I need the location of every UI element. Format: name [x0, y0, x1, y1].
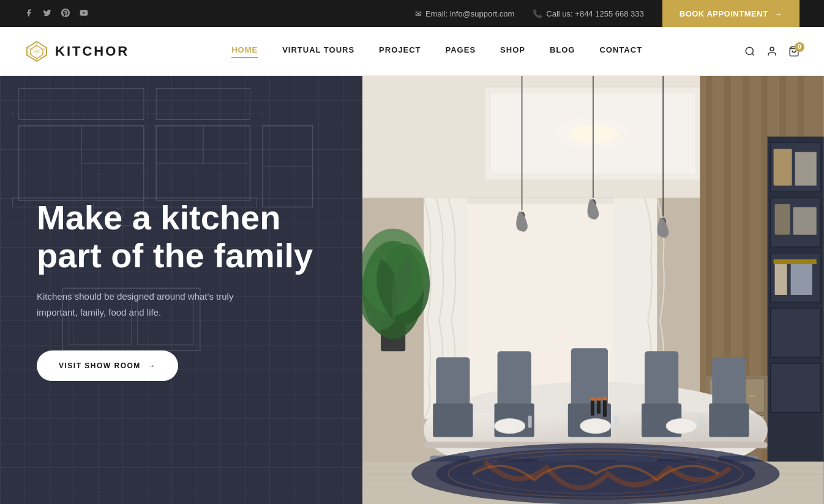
svg-rect-99 [699, 415, 703, 428]
nav-shop[interactable]: SHOP [500, 45, 525, 57]
svg-rect-15 [203, 126, 250, 163]
svg-point-103 [590, 397, 595, 401]
account-button[interactable] [766, 46, 777, 57]
nav-project[interactable]: PROJECT [379, 45, 421, 57]
cart-count-badge: 0 [795, 42, 804, 52]
svg-rect-79 [433, 403, 473, 437]
search-icon [744, 46, 755, 57]
visit-showroom-button[interactable]: VISIT SHOW ROOM → [37, 350, 178, 381]
logo-text: KITCHOR [55, 43, 129, 59]
user-icon [766, 46, 777, 57]
cart-button[interactable]: 0 [788, 46, 800, 57]
svg-rect-61 [791, 264, 812, 295]
svg-rect-97 [528, 415, 532, 428]
svg-rect-12 [81, 126, 144, 163]
svg-rect-82 [571, 348, 608, 412]
phone-contact: 📞 Call us: +844 1255 668 333 [533, 9, 643, 18]
svg-rect-55 [774, 149, 792, 185]
dining-room-illustration [362, 76, 824, 504]
nav-blog[interactable]: BLOG [550, 45, 575, 57]
hero-title: Make a kitchen part of the family [37, 199, 326, 274]
hero-image-area [362, 76, 824, 504]
svg-rect-59 [774, 259, 817, 264]
svg-point-8 [770, 47, 774, 51]
phone-text: Call us: +844 1255 668 333 [546, 9, 643, 18]
logo[interactable]: KITCHOR [24, 39, 129, 64]
svg-point-96 [666, 418, 697, 433]
book-btn-label: BOOK APPOINTMENT [680, 9, 768, 18]
email-text: Email: info@support.com [425, 9, 514, 18]
svg-rect-14 [156, 126, 203, 163]
logo-icon [24, 39, 49, 64]
svg-rect-56 [795, 152, 817, 185]
svg-rect-98 [614, 415, 618, 428]
svg-point-6 [746, 47, 753, 54]
nav-pages[interactable]: PAGES [446, 45, 476, 57]
main-nav: HOME VIRTUAL TOURS PROJECT PAGES SHOP BL… [231, 45, 642, 57]
svg-rect-54 [771, 363, 821, 412]
svg-rect-60 [775, 264, 787, 295]
svg-line-7 [752, 53, 754, 55]
hero-section: Make a kitchen part of the family Kitche… [0, 76, 824, 504]
search-button[interactable] [744, 46, 755, 57]
svg-point-104 [596, 397, 601, 401]
twitter-icon[interactable] [43, 9, 51, 19]
book-appointment-button[interactable]: BOOK APPOINTMENT → [662, 0, 800, 27]
svg-rect-25 [19, 88, 144, 119]
svg-point-95 [580, 418, 611, 433]
social-links [24, 9, 88, 19]
phone-icon: 📞 [533, 9, 542, 18]
nav-home[interactable]: HOME [231, 45, 258, 57]
hero-content: Make a kitchen part of the family Kitche… [0, 76, 362, 504]
youtube-icon[interactable] [80, 9, 88, 19]
arrow-right-icon: → [148, 361, 157, 370]
svg-rect-26 [156, 88, 250, 119]
header: KITCHOR HOME VIRTUAL TOURS PROJECT PAGES… [0, 27, 824, 76]
svg-rect-58 [793, 207, 817, 235]
top-bar: ✉ Email: info@support.com 📞 Call us: +84… [0, 0, 824, 27]
arrow-icon: → [774, 9, 783, 18]
pinterest-icon[interactable] [61, 9, 70, 19]
facebook-icon[interactable] [24, 9, 33, 19]
svg-rect-87 [710, 403, 749, 437]
nav-virtual-tours[interactable]: VIRTUAL TOURS [282, 45, 354, 57]
svg-point-94 [495, 418, 525, 433]
hero-subtitle: Kitchens should be designed around what'… [37, 289, 269, 320]
svg-rect-102 [603, 400, 607, 417]
svg-rect-100 [591, 400, 594, 415]
email-icon: ✉ [415, 9, 422, 18]
header-actions: 0 [744, 46, 800, 57]
svg-point-105 [602, 396, 607, 400]
svg-rect-57 [775, 204, 790, 235]
visit-btn-label: VISIT SHOW ROOM [59, 361, 141, 370]
svg-rect-11 [19, 126, 81, 201]
nav-contact[interactable]: CONTACT [599, 45, 642, 57]
email-contact: ✉ Email: info@support.com [415, 9, 514, 18]
svg-rect-53 [771, 308, 821, 357]
svg-rect-101 [597, 400, 601, 413]
